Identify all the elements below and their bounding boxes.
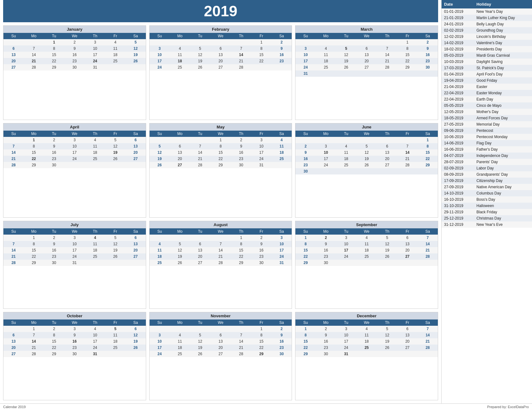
holiday-name: Christmas Day [474,215,532,221]
holiday-name: Martin Luther King Day [474,15,532,21]
calendar-day [397,168,417,174]
calendar-day [356,70,377,77]
calendar-day: 7 [24,332,44,338]
calendar-day: 21 [231,58,251,64]
calendar-day: 24 [64,156,85,162]
holiday-row: 24-01-2019Belly Laugh Day [442,21,532,27]
calendar-day: 13 [397,241,417,247]
calendar-day: 12 [170,247,190,253]
holiday-row: 27-05-2019Memorial Day [442,121,532,127]
calendar-day: 22 [24,156,44,162]
calendar-day: 21 [3,253,24,260]
calendar-day: 3 [85,39,105,45]
day-header: Su [150,228,170,235]
holiday-date: 01-01-2019 [442,8,474,15]
calendar-day [150,39,170,45]
calendar-day: 26 [125,58,146,64]
calendar-day: 9 [417,45,438,52]
month-title: May [150,123,292,131]
holiday-name: Parents' Day [474,159,532,165]
holiday-date: 12-02-2019 [442,34,474,40]
calendar-day: 22 [295,253,316,260]
calendar-day: 1 [397,39,417,45]
calendar-day: 25 [316,64,336,70]
calendar-day: 29 [417,162,438,168]
calendar-day [417,351,438,357]
month-calendar-table: SuMoTuWeThFrSa12345667891011121314151617… [3,319,146,357]
day-header: Sa [417,319,438,326]
calendar-day [125,64,146,70]
calendar-day: 25 [336,162,356,168]
calendar-day: 2 [64,39,85,45]
holiday-name: Easter [474,84,532,90]
calendar-day: 8 [251,45,272,52]
holiday-row: 21-04-2019Easter [442,84,532,90]
day-header: Tu [44,228,64,235]
holiday-name: Earth Day [474,96,532,102]
month-block-october: OctoberSuMoTuWeThFrSa1234566789101112131… [3,312,146,400]
calendar-day: 26 [377,253,397,260]
calendar-day: 28 [417,253,438,260]
calendar-day [170,326,190,332]
calendar-day [397,137,417,143]
calendar-day: 21 [3,156,24,162]
holiday-name: Pentecost Monday [474,134,532,140]
calendar-day [105,351,125,357]
month-title: June [295,123,438,131]
day-header: Th [231,131,251,137]
calendar-day: 11 [170,52,190,58]
calendar-day: 28 [190,162,210,168]
holiday-row: 10-03-2019Daylight Saving [442,59,532,65]
calendar-day: 11 [356,332,377,338]
holiday-date: 21-04-2019 [442,84,474,90]
day-header: Tu [190,131,210,137]
calendar-day: 1 [251,39,272,45]
calendar-day: 14 [3,149,24,156]
holiday-date: 22-04-2019 [442,90,474,96]
day-header: Tu [44,319,64,326]
calendar-day: 10 [150,52,170,58]
month-calendar-table: SuMoTuWeThFrSa12345678910111213141516171… [295,319,438,357]
holiday-row: 08-09-2019Grandparents' Day [442,171,532,178]
month-calendar-table: SuMoTuWeThFrSa12345678910111213141516171… [3,228,146,266]
calendar-day: 27 [125,253,146,260]
calendar-day [3,137,24,143]
calendar-day [417,70,438,77]
footer-right: Prepared by: ExcelDataPro [487,405,529,409]
holiday-row: 31-12-2019New Year's Eve [442,221,532,228]
day-header: Fr [397,228,417,235]
calendar-day: 22 [44,58,64,64]
calendar-day [251,64,272,70]
day-header: Mo [170,33,190,39]
holiday-name: Boss's Day [474,196,532,203]
day-header: Sa [417,33,438,39]
calendar-day: 9 [272,45,292,52]
calendar-day [210,39,231,45]
calendar-day: 26 [336,64,356,70]
calendar-day: 29 [397,64,417,70]
holiday-date: 21-01-2019 [442,15,474,21]
calendar-day: 10 [336,332,356,338]
holiday-date: 27-09-2019 [442,184,474,190]
calendar-day: 7 [210,241,231,247]
calendar-day: 17 [150,345,170,351]
calendar-day: 31 [336,351,356,357]
calendar-day: 19 [125,338,146,345]
calendar-day: 14 [377,52,397,58]
calendar-day: 28 [3,260,24,266]
calendar-day: 20 [210,345,231,351]
calendar-day: 17 [150,58,170,64]
calendar-day: 27 [125,156,146,162]
holiday-row: 17-03-2019St. Patrick's Day [442,65,532,71]
holiday-date: 16-10-2019 [442,196,474,203]
calendar-day: 19 [125,52,146,58]
calendar-day [150,326,170,332]
holiday-date: 28-07-2019 [442,159,474,165]
calendar-day [85,162,105,168]
calendar-day: 2 [295,143,316,149]
day-header: Fr [251,33,272,39]
calendar-day: 29 [44,351,64,357]
holiday-row: 12-02-2019Lincoln's Birthday [442,34,532,40]
day-header: Su [295,319,316,326]
calendar-day: 17 [336,338,356,345]
